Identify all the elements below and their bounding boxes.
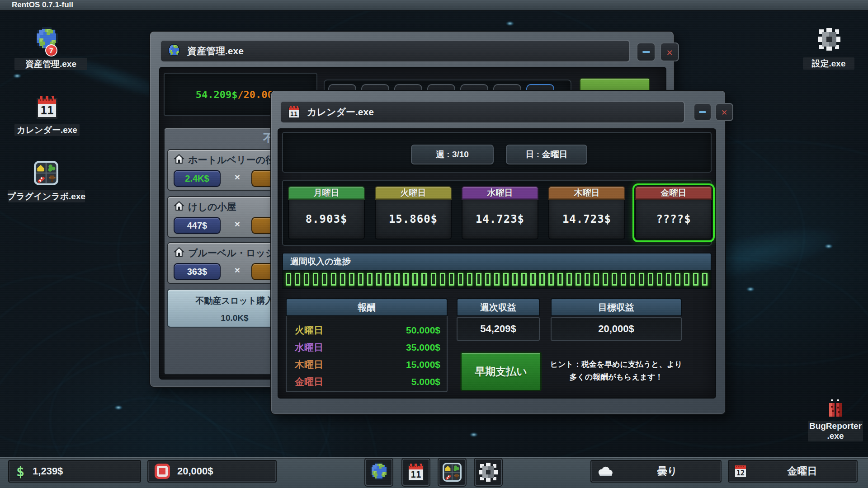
reward-row-1-day: 火曜日: [295, 324, 323, 337]
taskbar-button-calendar[interactable]: 11: [402, 459, 429, 486]
bug-icon: [826, 399, 845, 419]
reward-row-4: 金曜日 5.000$: [295, 373, 440, 390]
gear-icon: [818, 28, 840, 51]
property-3-name: ブルーベル・ロッジ: [188, 247, 275, 259]
progress-segment: [557, 273, 563, 286]
house-icon: [174, 154, 184, 164]
progress-segment: [358, 273, 363, 286]
reward-row-1-amount: 50.000$: [406, 325, 440, 336]
progress-segment: [385, 273, 391, 286]
reward-row-3-day: 木曜日: [295, 358, 323, 371]
taskbar-button-plugin-lab[interactable]: [439, 459, 466, 486]
weekly-income-value: 54,209$: [457, 317, 540, 341]
progress-segment: [693, 273, 698, 286]
desktop: RentOS 0.7.1-full 7 資産管理.exe 11 カレンダー.ex…: [0, 0, 868, 488]
early-payment-button[interactable]: 早期支払い: [460, 352, 542, 391]
cloud-icon: [597, 465, 614, 477]
reward-row-4-day: 金曜日: [295, 375, 323, 388]
property-1-name: ホートルベリーの径: [188, 154, 275, 166]
progress-segment: [295, 273, 300, 286]
taskbar-button-asset-manager[interactable]: [365, 459, 392, 486]
hint-text: ヒント：税金を早めに支払うと、より 多くの報酬がもらえます！: [548, 358, 684, 384]
progress-segment: [603, 273, 608, 286]
asset-window-close-button[interactable]: ✕: [660, 42, 679, 61]
close-icon: ✕: [722, 107, 727, 117]
progress-segment: [548, 273, 554, 286]
rewards-header: 報酬: [286, 298, 448, 316]
progress-segment: [657, 273, 662, 286]
progress-segment: [630, 273, 635, 286]
calendar-window-titlebar[interactable]: 11 カレンダー.exe: [280, 101, 685, 123]
desktop-icon-bugreporter-label[interactable]: BugReporter.exe: [808, 421, 863, 441]
desktop-icon-bugreporter[interactable]: [826, 399, 845, 419]
desktop-icon-calendar-label[interactable]: カレンダー.exe: [14, 124, 80, 136]
reward-row-2: 水曜日 35.000$: [295, 339, 440, 356]
progress-segment: [585, 273, 590, 286]
target-income-value: 20,000$: [551, 317, 682, 341]
property-1-price-button[interactable]: 2.4K$: [174, 170, 221, 187]
progress-segment: [521, 273, 527, 286]
taskbar-goal-value: 20,000$: [177, 465, 213, 477]
asset-money-current: 54.209$: [196, 89, 238, 100]
asset-window-minimize-button[interactable]: [637, 42, 656, 61]
calendar-window-icon: 11: [287, 105, 301, 119]
progress-segment: [639, 273, 644, 286]
day-card-4-amount: 14.723$: [548, 200, 625, 239]
desktop-icon-settings-label[interactable]: 設定.exe: [803, 57, 854, 70]
reward-row-3-amount: 15.000$: [406, 359, 440, 370]
house-icon: [174, 201, 184, 211]
asset-window-icon: [167, 44, 181, 58]
property-2-price-button[interactable]: 447$: [174, 217, 221, 234]
asset-window-titlebar[interactable]: 資産管理.exe: [160, 40, 630, 62]
money-icon: $: [16, 464, 24, 479]
progress-segment: [702, 273, 708, 286]
taskbar-money-display: $ 1,239$: [8, 460, 141, 483]
progress-segment: [440, 273, 445, 286]
progress-segment: [684, 273, 689, 286]
rewards-table: 火曜日 50.000$水曜日 35.000$木曜日 15.000$金曜日 5.0…: [286, 316, 448, 392]
hint-line-2: 多くの報酬がもらえます！: [548, 371, 684, 384]
calendar-icon: 11: [406, 462, 425, 482]
day-card-3: 水曜日 14.723$: [462, 186, 538, 239]
progress-segment: [367, 273, 373, 286]
desktop-icon-asset-manager[interactable]: 7: [34, 27, 59, 52]
taskbar-button-settings[interactable]: [475, 459, 502, 486]
progress-segment: [467, 273, 472, 286]
target-income-header: 目標収益: [551, 298, 682, 316]
day-card-2: 火曜日 15.860$: [375, 186, 452, 239]
calendar-window-minimize-button[interactable]: [693, 103, 712, 121]
day-card-2-header: 火曜日: [375, 186, 452, 200]
taskbar-money-value: 1,239$: [33, 465, 63, 477]
week-indicator-button[interactable]: 週 : 3/10: [411, 145, 494, 164]
progress-segment: [458, 273, 463, 286]
property-3-price-button[interactable]: 363$: [174, 263, 221, 280]
desktop-icon-asset-manager-label[interactable]: 資産管理.exe: [14, 58, 87, 70]
reward-row-2-day: 水曜日: [295, 341, 323, 354]
desktop-icon-settings[interactable]: [818, 28, 840, 51]
taskbar-weather-value: 曇り: [614, 465, 721, 478]
desktop-icon-plugin-lab-label[interactable]: プラグインラボ.exe: [8, 190, 85, 202]
day-card-3-header: 水曜日: [462, 186, 538, 200]
progress-segment: [566, 273, 572, 286]
progress-segment: [503, 273, 509, 286]
close-icon: ✕: [666, 47, 672, 58]
desktop-icon-plugin-lab[interactable]: [34, 161, 58, 185]
progress-segment: [512, 273, 518, 286]
gear-icon: [479, 463, 498, 482]
calendar-window-title: カレンダー.exe: [307, 106, 374, 118]
day-indicator-button[interactable]: 日 : 金曜日: [506, 145, 587, 164]
day-card-4: 木曜日 14.723$: [548, 186, 625, 239]
property-3-multiply-label: ×: [231, 265, 244, 276]
day-card-1-header: 月曜日: [288, 186, 365, 200]
progress-segment: [403, 273, 409, 286]
desktop-icon-calendar[interactable]: 11: [35, 95, 59, 120]
progress-segment: [313, 273, 318, 286]
asset-window-title: 資産管理.exe: [187, 45, 244, 57]
calendar-window-close-button[interactable]: ✕: [715, 103, 733, 121]
progress-segment: [675, 273, 680, 286]
progress-segment: [412, 273, 418, 286]
progress-segment: [648, 273, 653, 286]
progress-segment: [394, 273, 400, 286]
property-2-name: けしの小屋: [188, 201, 236, 213]
progress-segment: [594, 273, 599, 286]
